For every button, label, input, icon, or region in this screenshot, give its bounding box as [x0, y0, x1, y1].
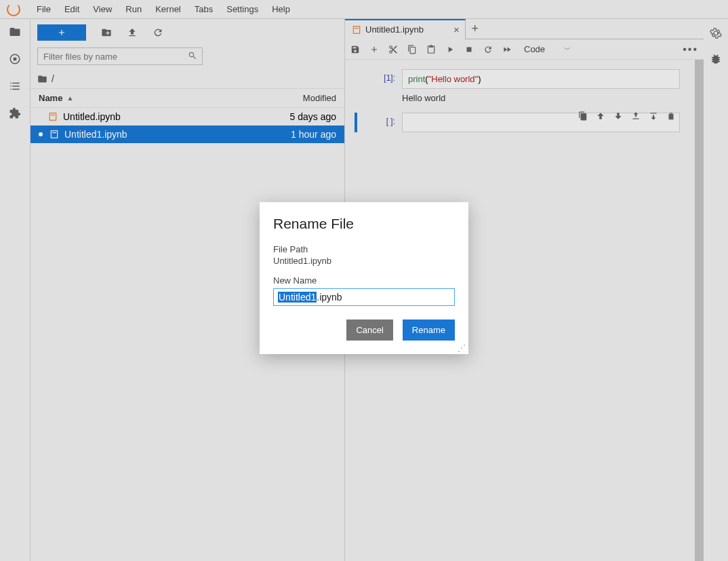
file-path-label: File Path: [273, 244, 455, 254]
resize-grip-icon[interactable]: ⋰: [458, 343, 466, 353]
dialog-overlay: Rename File File Path Untitled1.ipynb Ne…: [0, 0, 728, 561]
rename-input-ext: .ipynb: [317, 292, 342, 303]
rename-button[interactable]: Rename: [403, 320, 455, 341]
file-path-value: Untitled1.ipynb: [273, 256, 455, 266]
rename-input[interactable]: Untitled1.ipynb: [273, 288, 455, 306]
new-name-label: New Name: [273, 275, 455, 286]
rename-input-selection: Untitled1: [278, 292, 317, 303]
rename-dialog: Rename File File Path Untitled1.ipynb Ne…: [260, 202, 468, 354]
dialog-title: Rename File: [273, 216, 455, 232]
cancel-button[interactable]: Cancel: [346, 320, 392, 341]
